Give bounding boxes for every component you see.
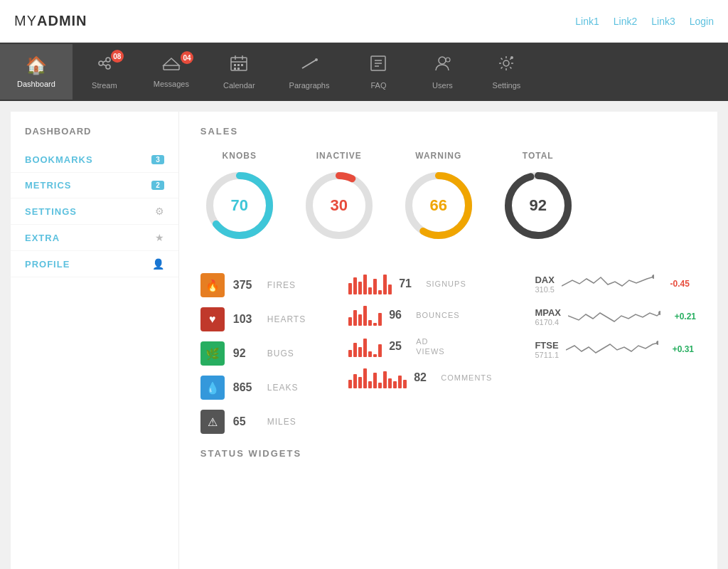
stats-section: 🔥 375 FIRES ♥ 103 HEARTS 🌿 92 BUGS 💧 865 bbox=[200, 273, 696, 434]
chart-knobs-value: 70 bbox=[231, 196, 248, 215]
dax-change: -0.45 bbox=[661, 279, 690, 289]
sidebar-title: DASHBOARD bbox=[11, 126, 178, 147]
top-nav: MYADMIN Link1 Link2 Link3 Login bbox=[0, 0, 728, 43]
svg-point-24 bbox=[439, 57, 446, 64]
nav-item-faq-label: FAQ bbox=[370, 81, 386, 90]
chart-inactive-value: 30 bbox=[331, 196, 348, 215]
sidebar-item-metrics-label: METRICS bbox=[25, 180, 72, 191]
adviews-bars bbox=[348, 336, 382, 357]
chart-warning-label: WARNING bbox=[415, 151, 461, 161]
signups-label: SIGNUPS bbox=[426, 279, 466, 289]
dax-info: DAX 310.5 bbox=[535, 275, 555, 294]
settings-gear-icon: ⚙ bbox=[155, 206, 164, 217]
sidebar-bookmarks-badge: 3 bbox=[151, 155, 164, 164]
brand-admin: ADMIN bbox=[37, 13, 87, 28]
nav-item-faq[interactable]: FAQ bbox=[346, 43, 410, 101]
nav-item-users-label: Users bbox=[432, 81, 453, 90]
sidebar-item-profile-left: PROFILE bbox=[25, 259, 70, 270]
nav-item-settings[interactable]: Settings bbox=[474, 43, 538, 101]
sparkline-mpax: MPAX 6170.4 +0.21 bbox=[535, 306, 696, 327]
nav-item-stream-label: Stream bbox=[92, 81, 117, 90]
signups-bars bbox=[348, 273, 392, 294]
svg-rect-15 bbox=[241, 64, 243, 66]
sparkline-stats: DAX 310.5 -0.45 MPAX 6170.4 bbox=[535, 273, 696, 434]
nav-item-users[interactable]: Users bbox=[410, 43, 474, 101]
miles-number: 65 bbox=[233, 415, 259, 428]
sidebar-item-metrics[interactable]: METRICS 2 bbox=[11, 173, 178, 198]
content-area: SALES KNOBS 70 INACTIVE bbox=[179, 112, 717, 569]
stat-leaks: 💧 865 LEAKS bbox=[200, 376, 306, 400]
messages-badge: 04 bbox=[181, 51, 193, 64]
svg-line-3 bbox=[103, 61, 106, 63]
fires-icon: 🔥 bbox=[200, 273, 225, 297]
sidebar-item-extra-right: ★ bbox=[155, 232, 164, 243]
home-icon: 🏠 bbox=[26, 55, 47, 75]
svg-rect-13 bbox=[234, 64, 236, 66]
adviews-number: 25 bbox=[389, 340, 409, 353]
bounces-label: BOUNCES bbox=[416, 310, 459, 320]
settings-icon bbox=[497, 54, 515, 77]
nav-item-calendar-label: Calendar bbox=[223, 81, 255, 90]
chart-total-value: 92 bbox=[530, 196, 547, 215]
chart-inactive: INACTIVE 30 bbox=[300, 151, 378, 245]
ftse-info: FTSE 5711.1 bbox=[535, 340, 559, 359]
nav-item-paragraphs[interactable]: Paragraphs bbox=[272, 43, 347, 101]
bugs-icon: 🌿 bbox=[200, 341, 225, 366]
chart-warning-donut: 66 bbox=[400, 166, 478, 245]
sidebar-item-extra-left: EXTRA bbox=[25, 233, 60, 243]
nav-item-messages[interactable]: 04 Messages bbox=[136, 44, 206, 100]
hearts-icon: ♥ bbox=[200, 307, 225, 331]
leaks-number: 865 bbox=[233, 381, 259, 394]
users-icon bbox=[433, 54, 451, 77]
svg-point-19 bbox=[315, 58, 318, 61]
nav-link-2[interactable]: Link2 bbox=[614, 16, 637, 27]
nav-item-dashboard-label: Dashboard bbox=[17, 80, 55, 88]
sidebar-item-bookmarks[interactable]: BOOKMARKS 3 bbox=[11, 147, 178, 173]
sidebar-item-extra[interactable]: EXTRA ★ bbox=[11, 225, 178, 251]
sidebar-item-settings-label: SETTINGS bbox=[25, 206, 77, 217]
calendar-icon bbox=[230, 54, 248, 77]
nav-item-dashboard[interactable]: 🏠 Dashboard bbox=[0, 44, 73, 100]
nav-link-3[interactable]: Link3 bbox=[651, 16, 675, 27]
nav-item-stream[interactable]: 08 Stream bbox=[73, 43, 136, 101]
chart-knobs-label: KNOBS bbox=[223, 151, 257, 161]
svg-point-26 bbox=[503, 60, 509, 66]
svg-point-1 bbox=[106, 58, 110, 62]
chart-inactive-label: INACTIVE bbox=[316, 151, 362, 161]
stream-badge: 08 bbox=[111, 50, 124, 63]
svg-line-18 bbox=[302, 60, 316, 68]
sidebar-item-bookmarks-left: BOOKMARKS bbox=[25, 154, 93, 165]
sidebar-item-profile-right: 👤 bbox=[152, 258, 164, 270]
sales-section-title: SALES bbox=[200, 126, 696, 137]
bugs-label: BUGS bbox=[267, 349, 294, 358]
mpax-change: +0.21 bbox=[668, 312, 696, 321]
stat-miles: ⚠ 65 MILES bbox=[200, 410, 306, 434]
chart-total-donut: 92 bbox=[499, 166, 577, 245]
adviews-label: AD VIEWS bbox=[416, 336, 444, 357]
mpax-info: MPAX 6170.4 bbox=[535, 307, 561, 326]
chart-warning-value: 66 bbox=[430, 196, 447, 215]
nav-item-calendar[interactable]: Calendar bbox=[206, 43, 272, 101]
chart-knobs: KNOBS 70 bbox=[200, 151, 279, 245]
brand: MYADMIN bbox=[14, 13, 87, 29]
svg-rect-14 bbox=[237, 64, 240, 66]
nav-links: Link1 Link2 Link3 Login bbox=[575, 16, 714, 27]
sidebar-item-profile[interactable]: PROFILE 👤 bbox=[11, 251, 178, 277]
mpax-sub: 6170.4 bbox=[535, 318, 561, 326]
sparkline-ftse: FTSE 5711.1 +0.31 bbox=[535, 339, 696, 360]
dax-sparkline bbox=[562, 273, 654, 294]
bounces-number: 96 bbox=[389, 309, 409, 321]
bar-stat-adviews: 25 AD VIEWS bbox=[348, 336, 492, 357]
sidebar-item-settings[interactable]: SETTINGS ⚙ bbox=[11, 198, 178, 225]
nav-link-1[interactable]: Link1 bbox=[575, 16, 599, 27]
leaks-icon: 💧 bbox=[200, 376, 225, 400]
bar-stats-list: 71 SIGNUPS 96 BOUNCES bbox=[348, 273, 492, 434]
svg-point-36 bbox=[652, 275, 654, 279]
sidebar-item-bookmarks-right: 3 bbox=[151, 155, 164, 164]
bar-stat-bounces: 96 BOUNCES bbox=[348, 304, 492, 326]
paragraphs-icon bbox=[300, 54, 318, 77]
bar-stat-comments: 82 COMMENTS bbox=[348, 367, 492, 388]
nav-link-login[interactable]: Login bbox=[690, 16, 714, 27]
sidebar-item-metrics-left: METRICS bbox=[25, 180, 72, 191]
nav-item-settings-label: Settings bbox=[493, 81, 521, 90]
